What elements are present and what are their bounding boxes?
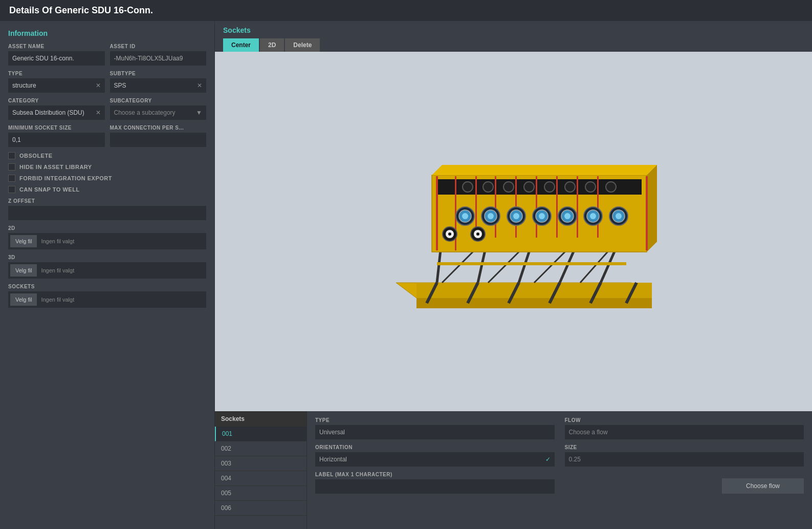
svg-point-47 — [488, 213, 494, 219]
svg-point-27 — [524, 182, 534, 192]
socket-details: TYPE Universal FLOW Choose a flow ORIENT… — [307, 411, 812, 529]
title-bar: Details Of Generic SDU 16-Conn. — [0, 0, 812, 21]
svg-point-68 — [476, 232, 479, 236]
type-select[interactable]: structure ✕ — [8, 78, 105, 93]
subcategory-label: SUBCATEGORY — [110, 98, 207, 103]
subtype-col: SUBTYPE SPS ✕ — [110, 71, 207, 93]
svg-point-53 — [539, 213, 545, 219]
max-conn-input[interactable] — [110, 133, 207, 147]
file-sockets-upload: Velg fil Ingen fil valgt — [8, 291, 206, 308]
type-col: TYPE structure ✕ — [8, 71, 105, 93]
asset-name-id-row: ASSET NAME ASSET ID -MuN6h-Ti8OLX5LJUaa9 — [8, 44, 206, 66]
file-2d-label: 2D — [8, 225, 206, 231]
min-socket-label: MINIMUM SOCKET SIZE — [8, 125, 105, 131]
toolbar-buttons: Center 2D Delete — [223, 38, 804, 52]
type-label: TYPE — [8, 71, 105, 76]
svg-point-24 — [463, 182, 473, 192]
category-clear-icon[interactable]: ✕ — [96, 109, 101, 116]
category-col: CATEGORY Subsea Distribution (SDU) ✕ — [8, 98, 105, 120]
center-btn[interactable]: Center — [223, 38, 259, 52]
file-2d-section: 2D Velg fil Ingen fil valgt — [8, 225, 206, 249]
orientation-text: Horizontal — [319, 456, 347, 463]
subcategory-col: SUBCATEGORY Choose a subcategory ▼ — [110, 98, 207, 120]
socket-item-003[interactable]: 003 — [215, 456, 306, 471]
flow-label: FLOW — [565, 417, 804, 423]
socket-item-004[interactable]: 004 — [215, 471, 306, 486]
flow-placeholder[interactable]: Choose a flow — [565, 425, 804, 439]
file-sockets-status: Ingen fil valgt — [41, 297, 74, 303]
socket-type-field: TYPE Universal — [315, 417, 555, 439]
viewport-area — [215, 52, 812, 411]
2d-btn[interactable]: 2D — [260, 38, 284, 52]
hide-library-label: HIDE IN ASSET LIBRARY — [19, 164, 92, 170]
file-sockets-label: SOCKETS — [8, 284, 206, 289]
socket-item-002[interactable]: 002 — [215, 441, 306, 456]
svg-point-59 — [590, 213, 596, 219]
obsolete-row: OBSOLETE — [8, 152, 206, 159]
svg-point-56 — [564, 213, 570, 219]
sockets-list-header: Sockets — [215, 411, 306, 427]
z-offset-input[interactable] — [8, 206, 206, 220]
file-2d-btn[interactable]: Velg fil — [10, 235, 37, 247]
svg-rect-19 — [437, 262, 626, 265]
min-socket-input[interactable] — [8, 133, 105, 147]
asset-id-col: ASSET ID -MuN6h-Ti8OLX5LJUaa9 — [110, 44, 207, 66]
size-label: SIZE — [565, 445, 804, 450]
svg-point-29 — [565, 182, 575, 192]
subcategory-select[interactable]: Choose a subcategory ▼ — [110, 105, 207, 120]
socket-item-005[interactable]: 005 — [215, 486, 306, 501]
size-value: 0.25 — [565, 452, 804, 467]
sdu-3d-model — [365, 134, 662, 329]
subtype-select[interactable]: SPS ✕ — [110, 78, 207, 93]
sockets-list: Sockets 001 002 003 004 005 006 — [215, 411, 307, 529]
min-socket-col: MINIMUM SOCKET SIZE — [8, 125, 105, 147]
svg-point-30 — [585, 182, 596, 192]
type-clear-icon[interactable]: ✕ — [96, 82, 101, 89]
label-input[interactable] — [315, 479, 555, 494]
socket-item-006[interactable]: 006 — [215, 501, 306, 516]
svg-point-65 — [448, 232, 451, 236]
z-offset-section: Z OFFSET — [8, 198, 206, 220]
obsolete-checkbox[interactable] — [8, 152, 15, 159]
delete-btn[interactable]: Delete — [285, 38, 320, 52]
subtype-label: SUBTYPE — [110, 71, 207, 76]
svg-point-62 — [616, 213, 622, 219]
bottom-panel: Sockets 001 002 003 004 005 006 TYPE Uni… — [215, 411, 812, 529]
snap-well-row: CAN SNAP TO WELL — [8, 186, 206, 193]
svg-rect-33 — [646, 176, 648, 250]
file-3d-label: 3D — [8, 255, 206, 260]
subtype-clear-icon[interactable]: ✕ — [197, 82, 202, 89]
asset-name-col: ASSET NAME — [8, 44, 105, 66]
subcategory-arrow-icon: ▼ — [196, 109, 202, 116]
file-3d-upload: Velg fil Ingen fil valgt — [8, 262, 206, 279]
choose-flow-btn[interactable]: Choose flow — [722, 478, 804, 494]
svg-point-50 — [513, 213, 519, 219]
category-select[interactable]: Subsea Distribution (SDU) ✕ — [8, 105, 105, 120]
type-value: structure — [12, 82, 94, 89]
snap-well-label: CAN SNAP TO WELL — [19, 186, 80, 193]
snap-well-checkbox[interactable] — [8, 186, 15, 193]
svg-rect-36 — [495, 176, 496, 238]
asset-name-label: ASSET NAME — [8, 44, 105, 49]
asset-name-input[interactable] — [8, 51, 105, 66]
choose-flow-wrapper: Choose flow — [565, 472, 804, 494]
socket-item-001[interactable]: 001 — [215, 427, 306, 441]
orientation-check-icon: ✓ — [545, 456, 551, 463]
forbid-export-checkbox[interactable] — [8, 175, 15, 182]
file-sockets-btn[interactable]: Velg fil — [10, 293, 37, 306]
svg-point-44 — [462, 213, 468, 219]
label-label: LABEL (MAX 1 CHARACTER) — [315, 472, 555, 477]
asset-id-label: ASSET ID — [110, 44, 207, 49]
socket-size-row: MINIMUM SOCKET SIZE MAX CONNECTION PER S… — [8, 125, 206, 147]
file-3d-btn[interactable]: Velg fil — [10, 264, 37, 277]
svg-point-25 — [483, 182, 493, 192]
category-subcategory-row: CATEGORY Subsea Distribution (SDU) ✕ SUB… — [8, 98, 206, 120]
flow-field: FLOW Choose a flow — [565, 417, 804, 439]
orientation-label: ORIENTATION — [315, 445, 555, 450]
type-subtype-row: TYPE structure ✕ SUBTYPE SPS ✕ — [8, 71, 206, 93]
svg-marker-22 — [647, 165, 657, 252]
file-2d-upload: Velg fil Ingen fil valgt — [8, 233, 206, 249]
subcategory-placeholder: Choose a subcategory — [114, 109, 194, 116]
asset-id-value: -MuN6h-Ti8OLX5LJUaa9 — [110, 51, 207, 66]
hide-library-checkbox[interactable] — [8, 163, 15, 171]
